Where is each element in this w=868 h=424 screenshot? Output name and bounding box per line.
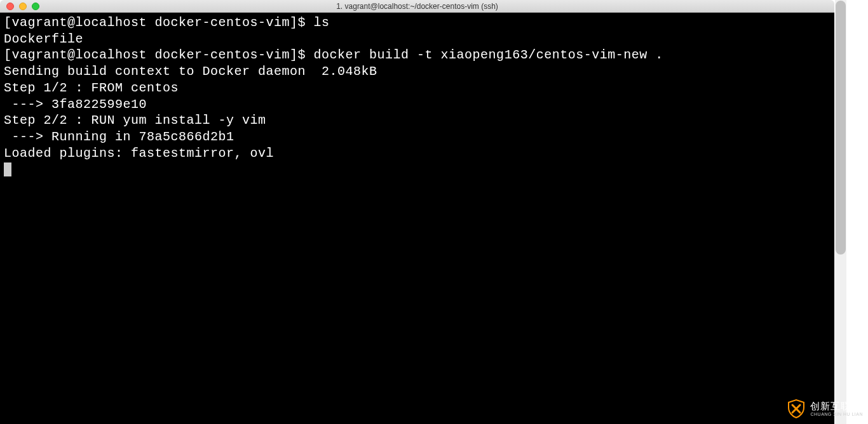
watermark-cn: 创新互联	[810, 401, 863, 411]
output-line: Dockerfile	[4, 32, 83, 46]
watermark: 创新互联 CHUANG XIN HU LIAN	[786, 399, 863, 419]
watermark-en: CHUANG XIN HU LIAN	[810, 412, 863, 416]
window-title: 1. vagrant@localhost:~/docker-centos-vim…	[336, 2, 498, 11]
watermark-text: 创新互联 CHUANG XIN HU LIAN	[810, 401, 863, 416]
output-line: Loaded plugins: fastestmirror, ovl	[4, 146, 274, 161]
close-icon[interactable]	[6, 3, 14, 10]
prompt-text: [vagrant@localhost docker-centos-vim]$	[4, 48, 314, 62]
watermark-logo-icon	[786, 399, 806, 419]
minimize-icon[interactable]	[19, 3, 27, 10]
output-line: ---> Running in 78a5c866d2b1	[4, 129, 234, 144]
maximize-icon[interactable]	[32, 3, 39, 10]
command-text: docker build -t xiaopeng163/centos-vim-n…	[314, 48, 663, 62]
traffic-lights	[6, 3, 39, 10]
scrollbar[interactable]	[835, 0, 846, 424]
prompt-line: [vagrant@localhost docker-centos-vim]$ d…	[4, 48, 663, 62]
prompt-text: [vagrant@localhost docker-centos-vim]$	[4, 15, 314, 30]
right-margin	[846, 0, 868, 424]
window-titlebar: 1. vagrant@localhost:~/docker-centos-vim…	[0, 0, 834, 13]
output-line: Step 2/2 : RUN yum install -y vim	[4, 113, 266, 128]
cursor-icon	[4, 162, 11, 176]
prompt-line: [vagrant@localhost docker-centos-vim]$ l…	[4, 15, 330, 30]
output-line: Sending build context to Docker daemon 2…	[4, 64, 377, 79]
scrollbar-thumb[interactable]	[836, 1, 846, 255]
terminal-body[interactable]: [vagrant@localhost docker-centos-vim]$ l…	[0, 13, 834, 424]
command-text: ls	[314, 15, 330, 30]
output-line: ---> 3fa822599e10	[4, 97, 147, 112]
output-line: Step 1/2 : FROM centos	[4, 81, 179, 95]
